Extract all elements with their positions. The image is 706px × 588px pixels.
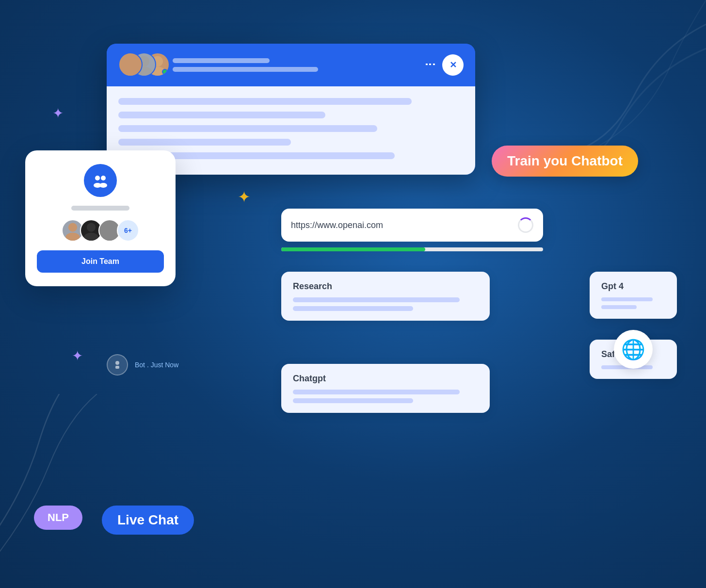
svg-point-12 (87, 223, 96, 231)
chatgpt-line-1 (293, 390, 460, 394)
gpt4-card-lines (601, 297, 665, 309)
sparkle-icon-yellow: ✦ (238, 189, 251, 205)
svg-point-14 (105, 223, 114, 231)
gpt4-card: Gpt 4 (590, 272, 677, 319)
join-team-button[interactable]: Join Team (37, 250, 164, 273)
chatgpt-line-2 (293, 398, 413, 403)
svg-point-13 (84, 233, 98, 242)
gpt4-line-2 (601, 305, 637, 309)
train-chatbot-badge[interactable]: Train you Chatbot (492, 146, 638, 177)
team-name-placeholder (71, 206, 129, 211)
online-indicator (162, 69, 168, 75)
research-card: Research (281, 272, 490, 321)
chat-line (118, 125, 377, 132)
join-team-card: 6+ Join Team (25, 150, 176, 286)
header-line-1 (173, 58, 270, 63)
sparkle-icon-2: ✦ (72, 349, 83, 363)
deco-lines (464, 0, 706, 170)
more-options-button[interactable]: ⋮ (424, 59, 436, 71)
progress-fill (281, 247, 425, 251)
team-avatar-count: 6+ (117, 219, 139, 242)
svg-point-1 (122, 67, 138, 77)
url-text[interactable]: https://www.openai.com (291, 220, 383, 230)
header-actions: ⋮ ✕ (424, 54, 464, 76)
bot-icon (112, 359, 123, 371)
team-avatar-list: 6+ (62, 219, 139, 242)
research-card-title: Research (293, 281, 478, 292)
svg-point-7 (101, 176, 106, 180)
livechat-badge[interactable]: Live Chat (102, 506, 194, 535)
sparkle-icon-1: ✦ (52, 107, 64, 120)
svg-rect-17 (115, 366, 119, 369)
chat-line (118, 112, 325, 118)
research-card-lines (293, 297, 478, 311)
svg-point-11 (65, 233, 80, 242)
svg-point-10 (68, 223, 77, 231)
chatgpt-card-lines (293, 390, 478, 403)
bot-label: Bot . Just Now (135, 361, 178, 369)
research-line-2 (293, 306, 413, 311)
team-members-icon (92, 172, 109, 189)
header-text (173, 58, 418, 72)
globe-icon-circle: 🌐 (614, 330, 653, 369)
chatgpt-card: Chatgpt (281, 364, 490, 413)
chat-line (118, 139, 291, 146)
deco-lines-bottom (0, 394, 145, 588)
team-icon (84, 164, 117, 197)
avatar-stack (118, 52, 167, 78)
svg-point-9 (99, 183, 107, 188)
header-line-2 (173, 67, 318, 72)
svg-point-0 (125, 56, 136, 67)
globe-icon: 🌐 (621, 338, 645, 361)
avatar-1 (118, 52, 143, 77)
svg-point-6 (95, 176, 100, 180)
chat-header: ⋮ ✕ (107, 44, 475, 86)
chatgpt-card-title: Chatgpt (293, 374, 478, 384)
research-line-1 (293, 297, 460, 302)
bot-avatar (107, 354, 128, 376)
loading-spinner (518, 217, 533, 233)
url-input-card: https://www.openai.com (281, 209, 543, 242)
svg-point-16 (115, 361, 119, 365)
chat-line (118, 98, 412, 105)
progress-bar (281, 247, 543, 251)
bot-message-area: Bot . Just Now (107, 354, 178, 376)
close-button[interactable]: ✕ (442, 54, 464, 76)
svg-point-15 (102, 233, 116, 242)
gpt4-card-title: Gpt 4 (601, 281, 665, 292)
gpt4-line-1 (601, 297, 653, 301)
nlp-badge[interactable]: NLP (34, 506, 82, 530)
